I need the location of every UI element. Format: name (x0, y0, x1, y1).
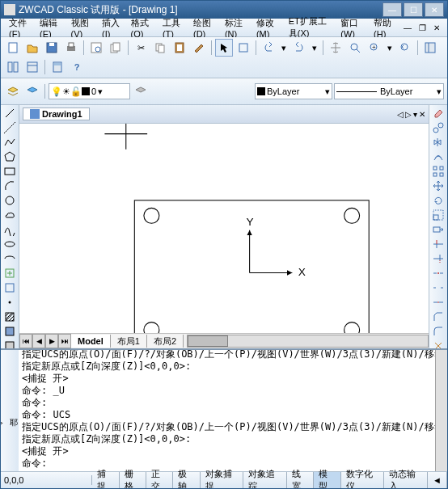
color-dropdown[interactable]: ByLayer ▾ (255, 83, 332, 99)
stretch-tool[interactable] (431, 223, 446, 236)
ellipse-tool[interactable] (2, 238, 17, 251)
tab-scroll-left[interactable]: ◁ (397, 110, 404, 119)
calculator-button[interactable] (49, 58, 66, 76)
mirror-tool[interactable] (431, 136, 446, 149)
zoom-window-button[interactable]: + (366, 39, 383, 57)
status-tray-button[interactable]: ◄ (428, 472, 447, 488)
save-button[interactable] (43, 39, 61, 57)
new-button[interactable] (4, 39, 22, 57)
array-tool[interactable] (431, 165, 446, 178)
menu-window[interactable]: 窗口(W) (336, 15, 369, 40)
extend-tool[interactable] (431, 252, 446, 265)
status-toggle-6[interactable]: 线宽 (287, 472, 314, 488)
document-tab[interactable]: Drawing1 (23, 107, 90, 120)
menu-tools[interactable]: 工具(T) (158, 15, 188, 40)
insert-block-tool[interactable] (2, 267, 17, 280)
zoom-previous-button[interactable] (396, 39, 414, 57)
copy-tool[interactable] (431, 121, 446, 134)
menu-modify[interactable]: 修改(M) (251, 15, 284, 40)
undo-button[interactable] (260, 39, 277, 57)
horizontal-scrollbar[interactable] (187, 335, 429, 348)
tab-prev-button[interactable]: ◀ (32, 334, 45, 348)
layer-states-button[interactable] (23, 82, 41, 100)
pan-button[interactable] (327, 39, 344, 57)
properties-button[interactable] (23, 58, 41, 76)
status-toggle-8[interactable]: 数字化仪 (341, 472, 385, 488)
menu-draw[interactable]: 绘图(D) (188, 15, 220, 40)
tab-last-button[interactable]: ⏭ (58, 334, 71, 348)
polyline-tool[interactable] (2, 136, 17, 149)
menu-help[interactable]: 帮助(H) (369, 15, 400, 40)
menu-file[interactable]: 文件(F) (4, 15, 35, 40)
redo-dropdown[interactable]: ▾ (310, 39, 319, 57)
line-tool[interactable] (2, 107, 17, 120)
chamfer-tool[interactable] (431, 310, 446, 323)
publish-button[interactable] (107, 39, 125, 57)
maximize-button[interactable]: ☐ (404, 2, 423, 17)
coordinates-display[interactable]: 0,0,0 (1, 475, 92, 485)
menu-view[interactable]: 视图(V) (66, 15, 98, 40)
hatch-tool[interactable] (2, 310, 17, 323)
status-toggle-7[interactable]: 模型 (314, 472, 340, 488)
circle-tool[interactable] (2, 194, 17, 207)
status-toggle-0[interactable]: 捕捉 (92, 472, 119, 488)
tool-palettes-button[interactable] (4, 58, 22, 76)
command-history[interactable]: 另一角点:命令:另一角点:命令: ucs指定UCS的原点(O)/面(F)/?/对… (19, 350, 435, 471)
zoom-realtime-button[interactable] (346, 39, 364, 57)
move-tool[interactable] (431, 179, 446, 192)
layer-previous-button[interactable] (132, 82, 150, 100)
status-toggle-5[interactable]: 对象追踪 (243, 472, 287, 488)
mdi-restore-button[interactable]: ❐ (415, 22, 429, 33)
spline-tool[interactable] (2, 223, 17, 236)
tab-close[interactable]: ✕ (419, 110, 425, 119)
close-button[interactable]: ✕ (425, 2, 444, 17)
menu-edit[interactable]: 编辑(E) (35, 15, 66, 40)
gradient-tool[interactable] (2, 325, 17, 338)
select-button[interactable] (215, 39, 233, 57)
linetype-dropdown[interactable]: ByLayer ▾ (334, 83, 444, 99)
undo-dropdown[interactable]: ▾ (279, 39, 289, 57)
break-tool[interactable] (431, 281, 446, 294)
layout-tab-2[interactable]: 布局2 (147, 335, 184, 348)
trim-tool[interactable] (431, 238, 446, 251)
copy-button[interactable] (151, 39, 169, 57)
erase-tool[interactable] (431, 107, 446, 120)
design-center-button[interactable] (421, 39, 439, 57)
status-toggle-4[interactable]: 对象捕捉 (201, 472, 244, 488)
cut-button[interactable]: ✂ (132, 39, 150, 57)
command-scrollbar[interactable] (435, 350, 447, 471)
rotate-tool[interactable] (431, 194, 446, 207)
status-toggle-1[interactable]: 栅格 (120, 472, 146, 488)
block-editor-button[interactable] (235, 39, 252, 57)
layer-properties-button[interactable] (4, 82, 22, 100)
status-toggle-3[interactable]: 极轴 (173, 472, 200, 488)
layout-tab-1[interactable]: 布局1 (111, 335, 147, 348)
rectangle-tool[interactable] (2, 165, 17, 178)
tab-next-button[interactable]: ▶ (45, 334, 58, 348)
offset-tool[interactable] (431, 150, 446, 163)
break-at-point-tool[interactable] (431, 267, 446, 280)
menu-insert[interactable]: 插入(I) (97, 15, 125, 40)
mdi-close-button[interactable]: ✕ (429, 22, 444, 33)
drawing-canvas[interactable]: X Y (19, 124, 429, 333)
layer-dropdown[interactable]: 💡 ☀ 🔓 0 ▾ (49, 83, 130, 99)
scale-tool[interactable] (431, 209, 446, 221)
revision-cloud-tool[interactable] (2, 209, 17, 221)
ellipse-arc-tool[interactable] (2, 252, 17, 265)
arc-tool[interactable] (2, 179, 17, 192)
layout-tab-model[interactable]: Model (71, 335, 111, 348)
make-block-tool[interactable] (2, 281, 17, 294)
status-toggle-9[interactable]: 动态输入 (384, 472, 428, 488)
paste-button[interactable] (171, 39, 188, 57)
scrollbar-thumb[interactable] (188, 335, 228, 347)
redo-button[interactable] (290, 39, 308, 57)
menu-format[interactable]: 格式(O) (126, 15, 158, 40)
open-button[interactable] (23, 39, 41, 57)
tab-scroll-right[interactable]: ▷ (405, 110, 412, 119)
zoom-dropdown[interactable]: ▾ (385, 39, 395, 57)
print-button[interactable] (62, 39, 80, 57)
help-button[interactable]: ? (68, 58, 86, 76)
match-properties-button[interactable] (190, 39, 208, 57)
print-preview-button[interactable] (87, 39, 105, 57)
status-toggle-2[interactable]: 正交 (146, 472, 173, 488)
